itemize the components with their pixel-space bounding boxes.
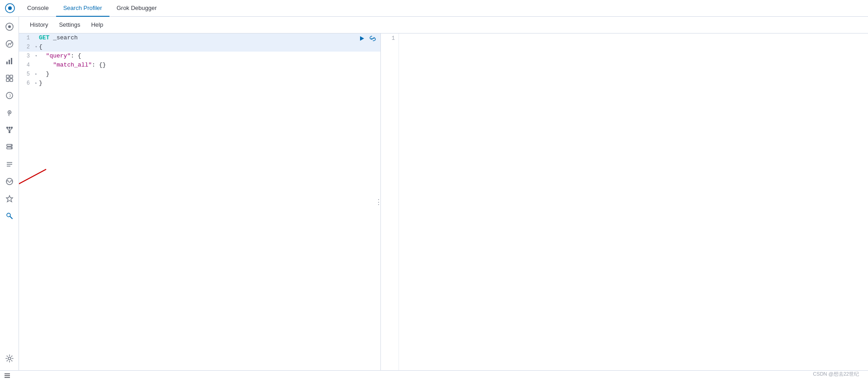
code-line-3: 3 ▾ "query": { (19, 52, 380, 61)
code-editor[interactable]: 1 GET _search (19, 33, 380, 370)
svg-rect-6 (9, 60, 10, 64)
line-arrow-6: ▸ (33, 79, 39, 88)
sidebar-icon-home[interactable] (1, 19, 18, 35)
result-pane: 1 (381, 33, 868, 370)
svg-rect-11 (10, 79, 13, 81)
svg-rect-10 (6, 79, 9, 81)
result-inner: 1 (381, 33, 868, 370)
line-actions (358, 33, 377, 43)
editor-pane: 1 GET _search (19, 33, 381, 370)
sidebar-icon-ml[interactable] (1, 122, 18, 138)
line-number-6: 6 (21, 79, 33, 88)
svg-rect-7 (11, 58, 12, 64)
tab-console[interactable]: Console (20, 0, 56, 17)
line-number-2: 2 (21, 43, 33, 52)
svg-point-12 (6, 92, 13, 99)
sidebar-icon-maps[interactable] (1, 105, 18, 121)
svg-marker-33 (360, 36, 364, 41)
svg-rect-17 (11, 127, 13, 129)
svg-point-32 (8, 357, 11, 360)
sidebar (0, 17, 19, 370)
sidebar-icon-canvas[interactable] (1, 87, 18, 104)
sub-nav: History Settings Help (19, 17, 868, 33)
svg-point-29 (6, 178, 13, 185)
line-arrow-4 (33, 61, 39, 70)
result-content (399, 33, 868, 370)
svg-point-14 (9, 112, 10, 113)
code-line-4: 4 "match_all": {} (19, 61, 380, 70)
sidebar-icon-infrastructure[interactable] (1, 139, 18, 155)
svg-rect-16 (9, 127, 10, 129)
svg-point-24 (11, 145, 12, 146)
line-content-3: "query": { (39, 52, 379, 61)
line-content-5: } (39, 70, 379, 79)
subnav-help[interactable]: Help (85, 17, 109, 33)
line-arrow-1 (33, 33, 39, 43)
line-number-3: 3 (21, 52, 33, 61)
code-line-2: 2 ▾ { (19, 43, 380, 52)
line-number-5: 5 (21, 70, 33, 79)
sidebar-icon-visualize[interactable] (1, 53, 18, 69)
main-layout: History Settings Help 1 GET _search (0, 17, 868, 370)
svg-point-25 (11, 148, 12, 148)
line-arrow-2: ▾ (33, 43, 39, 52)
app-logo (4, 2, 16, 14)
line-content-1: GET _search (39, 33, 379, 43)
svg-line-20 (9, 129, 12, 131)
tab-search-profiler[interactable]: Search Profiler (56, 0, 109, 17)
subnav-settings[interactable]: Settings (53, 17, 85, 33)
line-content-6: } (39, 79, 379, 88)
code-line-1: 1 GET _search (19, 33, 380, 43)
copy-as-curl-button[interactable] (369, 34, 377, 43)
divider-handle[interactable]: ⋮ (375, 198, 382, 206)
svg-point-1 (8, 6, 12, 10)
sidebar-icon-discover[interactable] (1, 36, 18, 52)
svg-point-3 (8, 25, 11, 28)
code-line-5: 5 ▸ } (19, 70, 380, 79)
code-line-6: 6 ▸ } (19, 79, 380, 88)
line-arrow-3: ▾ (33, 52, 39, 61)
svg-line-31 (10, 216, 12, 219)
line-arrow-5: ▸ (33, 70, 39, 79)
top-bar: Console Search Profiler Grok Debugger (0, 0, 868, 17)
sidebar-icon-uptime[interactable] (1, 191, 18, 207)
svg-line-18 (7, 129, 9, 131)
collapse-sidebar-button[interactable] (4, 372, 11, 381)
sidebar-icon-dashboard[interactable] (1, 70, 18, 86)
svg-rect-8 (6, 75, 9, 78)
run-button[interactable] (358, 34, 366, 43)
svg-rect-9 (10, 75, 13, 78)
line-content-2: { (39, 43, 379, 52)
sidebar-icon-management[interactable] (1, 350, 18, 367)
svg-rect-21 (9, 131, 10, 133)
sidebar-icon-apm[interactable] (1, 173, 18, 190)
svg-rect-5 (6, 62, 8, 64)
line-number-1: 1 (21, 33, 33, 43)
sidebar-icon-logs[interactable] (1, 156, 18, 172)
sidebar-bottom (1, 350, 18, 370)
content-area: History Settings Help 1 GET _search (19, 17, 868, 370)
svg-rect-15 (6, 127, 8, 129)
subnav-history[interactable]: History (24, 17, 53, 33)
bottom-bar (0, 370, 868, 382)
line-content-4: "match_all": {} (39, 61, 379, 70)
line-number-4: 4 (21, 61, 33, 70)
editor-container: 1 GET _search (19, 33, 868, 370)
tab-grok-debugger[interactable]: Grok Debugger (109, 0, 164, 17)
result-line-1: 1 (381, 33, 399, 370)
sidebar-icon-devtools[interactable] (1, 208, 18, 224)
